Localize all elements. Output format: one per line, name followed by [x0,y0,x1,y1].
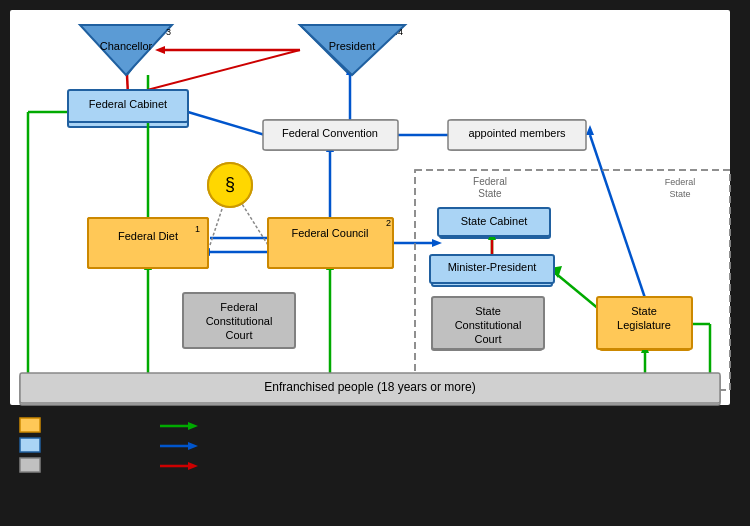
svg-text:Federal: Federal [220,301,257,313]
svg-text:Minister-President: Minister-President [448,261,537,273]
svg-text:Federal Diet: Federal Diet [118,230,178,242]
svg-text:Enfranchised people (18 years : Enfranchised people (18 years or more) [264,380,475,394]
svg-text:State: State [631,305,657,317]
svg-text:President: President [329,40,375,52]
svg-text:State: State [475,305,501,317]
svg-text:Federal: Federal [473,176,507,187]
legend-gray-box [20,458,40,472]
svg-text:State: State [669,189,690,199]
svg-text:§: § [225,174,235,194]
legend-orange-box [20,418,40,432]
diagram-container: Federal State Chancellor 3 President 4 F… [0,0,750,526]
svg-text:Federal: Federal [665,177,696,187]
svg-text:Court: Court [475,333,502,345]
svg-text:Federal Convention: Federal Convention [282,127,378,139]
svg-text:Court: Court [226,329,253,341]
svg-text:State: State [478,188,502,199]
svg-text:Constitutional: Constitutional [206,315,273,327]
svg-rect-52 [88,218,208,268]
svg-text:State Cabinet: State Cabinet [461,215,528,227]
svg-text:Chancellor: Chancellor [100,40,153,52]
legend-blue-box [20,438,40,452]
svg-text:appointed members: appointed members [468,127,566,139]
svg-text:2: 2 [386,218,391,228]
svg-text:Federal Cabinet: Federal Cabinet [89,98,167,110]
svg-text:Federal Council: Federal Council [291,227,368,239]
svg-rect-55 [268,218,393,268]
svg-text:Legislature: Legislature [617,319,671,331]
svg-text:1: 1 [195,224,200,234]
svg-text:4: 4 [398,27,403,37]
svg-text:Constitutional: Constitutional [455,319,522,331]
svg-text:3: 3 [166,27,171,37]
